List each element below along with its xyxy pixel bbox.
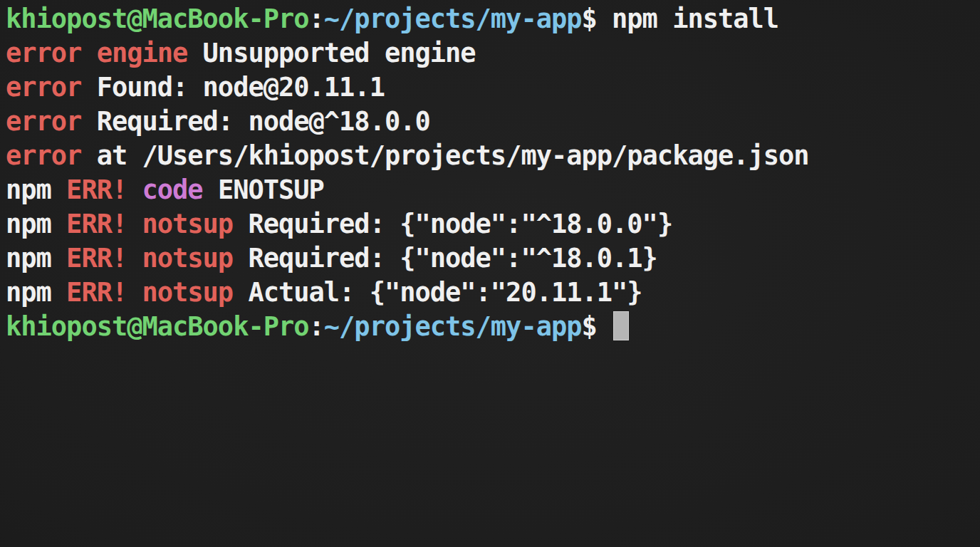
terminal-line: khiopost@MacBook-Pro:~/projects/my-app$ … <box>6 2 974 36</box>
terminal-text-segment: error engine <box>6 38 187 68</box>
terminal-text-segment: error <box>6 72 81 103</box>
terminal-text-segment: npm <box>6 209 66 239</box>
terminal-text-segment: ENOTSUP <box>203 174 324 205</box>
terminal-text-segment: $ npm install <box>582 4 779 34</box>
terminal-line: npm ERR! notsup Required: {"node":"^18.0… <box>6 207 974 241</box>
terminal-text-segment: ERR! notsup <box>66 243 233 274</box>
terminal-line: error Found: node@20.11.1 <box>6 71 974 105</box>
terminal-cursor <box>613 311 629 340</box>
terminal-text-segment: at /Users/khiopost/projects/my-app/packa… <box>81 140 808 171</box>
terminal-text-segment: Required: {"node":"^18.0.1} <box>233 243 657 274</box>
terminal-text-segment: Required: {"node":"^18.0.0"} <box>233 209 672 239</box>
terminal-line: npm ERR! notsup Actual: {"node":"20.11.1… <box>6 276 974 310</box>
terminal-line: error at /Users/khiopost/projects/my-app… <box>6 139 974 173</box>
terminal-text-segment: code <box>142 174 203 205</box>
terminal-text-segment: khiopost@MacBook-Pro <box>6 311 309 342</box>
terminal-text-segment: $ <box>582 311 612 342</box>
terminal-text-segment <box>127 174 142 205</box>
terminal-text-segment: khiopost@MacBook-Pro <box>6 4 309 34</box>
terminal-text-segment: ~/projects/my-app <box>324 311 582 342</box>
terminal-text-segment: : <box>309 4 324 34</box>
terminal-line: khiopost@MacBook-Pro:~/projects/my-app$ <box>6 310 974 344</box>
terminal-text-segment: : <box>309 311 324 342</box>
terminal-text-segment: error <box>6 140 81 171</box>
terminal-text-segment: ERR! <box>66 174 127 205</box>
terminal-text-segment: ERR! notsup <box>66 209 233 239</box>
terminal-screen[interactable]: khiopost@MacBook-Pro:~/projects/my-app$ … <box>0 0 980 344</box>
terminal-text-segment: npm <box>6 243 66 274</box>
terminal-text-segment: ~/projects/my-app <box>324 4 582 34</box>
terminal-text-segment: npm <box>6 174 66 205</box>
terminal-line: npm ERR! notsup Required: {"node":"^18.0… <box>6 241 974 276</box>
terminal-text-segment: Actual: {"node":"20.11.1"} <box>233 277 642 308</box>
terminal-text-segment: error <box>6 106 81 137</box>
terminal-text-segment: Required: node@^18.0.0 <box>81 106 429 137</box>
terminal-text-segment: Found: node@20.11.1 <box>81 72 385 103</box>
terminal-line: error engine Unsupported engine <box>6 36 974 71</box>
terminal-text-segment: npm <box>6 277 66 308</box>
terminal-line: npm ERR! code ENOTSUP <box>6 173 974 207</box>
terminal-window[interactable]: khiopost@MacBook-Pro:~/projects/my-app$ … <box>0 0 980 547</box>
terminal-text-segment: ERR! notsup <box>66 277 233 308</box>
terminal-line: error Required: node@^18.0.0 <box>6 105 974 139</box>
terminal-text-segment: Unsupported engine <box>187 38 475 68</box>
